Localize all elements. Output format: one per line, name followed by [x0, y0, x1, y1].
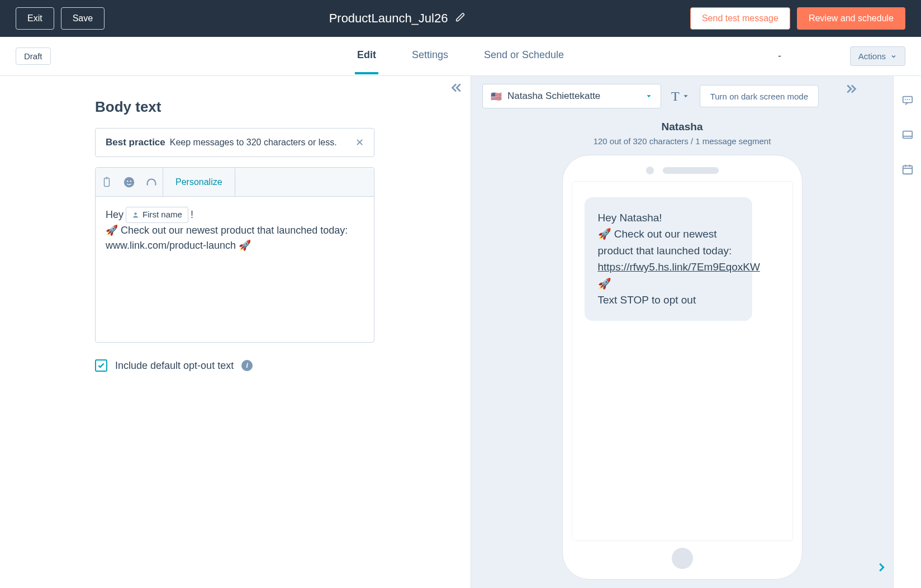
best-practice-callout: Best practice Keep messages to 320 chara… — [95, 128, 374, 157]
send-test-button[interactable]: Send test message — [690, 7, 790, 30]
body-title: Body text — [95, 98, 455, 116]
actions-dropdown[interactable]: Actions — [850, 46, 905, 66]
tab-settings[interactable]: Settings — [410, 38, 450, 74]
message-bubble: Hey Natasha! 🚀 Check out our newest prod… — [585, 197, 752, 321]
token-first-name[interactable]: First name — [126, 207, 188, 223]
top-left-buttons: Exit Save — [16, 7, 105, 30]
calendar-icon[interactable] — [901, 163, 914, 176]
panel-icon[interactable] — [901, 129, 914, 141]
right-column: 🇺🇸 Natasha Schiettekatte T Turn on dark … — [471, 76, 893, 588]
title-group: ProductLaunch_Jul26 — [329, 11, 466, 26]
check-icon — [97, 362, 105, 369]
phone-notch — [572, 167, 793, 174]
editor-text: Hey — [106, 207, 124, 222]
preview-line: 🚀 Check out our newest product that laun… — [598, 226, 739, 292]
emoji-icon[interactable] — [118, 168, 140, 196]
optout-checkbox[interactable] — [95, 359, 107, 372]
editor-text: 🚀 Check out our newest product that laun… — [106, 223, 364, 238]
page-title: ProductLaunch_Jul26 — [329, 11, 448, 26]
message-editor: Personalize Hey First name ! 🚀 Check out… — [95, 167, 374, 343]
svg-point-1 — [124, 177, 134, 187]
preview-line: Text STOP to opt out — [598, 292, 739, 308]
phone-home-button — [672, 548, 693, 569]
chevron-down-icon — [890, 53, 897, 60]
top-right-buttons: Send test message Review and schedule — [690, 7, 905, 30]
comments-icon[interactable] — [901, 94, 914, 106]
preview-text: 🚀 Check out our newest product that laun… — [598, 228, 732, 256]
preview-controls: 🇺🇸 Natasha Schiettekatte T Turn on dark … — [471, 76, 893, 116]
svg-point-4 — [134, 212, 136, 215]
editor-text: www.link.com/product-launch 🚀 — [106, 238, 364, 253]
body-panel: Body text Best practice Keep messages to… — [0, 76, 471, 372]
svg-rect-7 — [903, 166, 912, 174]
text-size-dropdown[interactable]: T — [671, 89, 690, 104]
exit-button[interactable]: Exit — [16, 7, 54, 30]
collapse-left-icon[interactable] — [448, 80, 463, 97]
editor-toolbar: Personalize — [96, 168, 374, 197]
right-rail — [893, 76, 921, 588]
person-icon — [132, 211, 139, 219]
svg-rect-6 — [903, 131, 912, 139]
tab-edit[interactable]: Edit — [355, 38, 378, 74]
dark-mode-button[interactable]: Turn on dark screen mode — [700, 85, 819, 107]
top-header: Exit Save ProductLaunch_Jul26 Send test … — [0, 0, 921, 37]
actions-label: Actions — [858, 51, 886, 61]
edit-title-icon[interactable] — [455, 11, 466, 26]
recipient-name: Natasha Schiettekatte — [507, 91, 639, 102]
notch-dot — [646, 167, 654, 174]
token-label: First name — [143, 208, 182, 221]
caret-down-icon — [645, 92, 653, 100]
tabs: Edit Settings Send or Schedule — [355, 38, 566, 74]
review-schedule-button[interactable]: Review and schedule — [797, 7, 905, 30]
personalize-button[interactable]: Personalize — [163, 168, 235, 196]
best-practice-label: Best practice — [106, 137, 165, 148]
recipient-dropdown[interactable]: 🇺🇸 Natasha Schiettekatte — [482, 84, 661, 108]
count-dash: - — [778, 50, 781, 62]
close-icon[interactable]: ✕ — [355, 136, 364, 149]
status-badge: Draft — [16, 48, 51, 65]
editor-text: ! — [191, 207, 193, 222]
optout-label: Include default opt-out text — [115, 360, 234, 372]
headphones-icon[interactable] — [140, 168, 163, 196]
text-size-icon: T — [671, 89, 680, 104]
phone-mock: Hey Natasha! 🚀 Check out our newest prod… — [562, 155, 803, 580]
best-practice-text: Keep messages to 320 characters or less. — [170, 137, 337, 148]
preview-char-count: 120 out of 320 characters / 1 message se… — [471, 136, 893, 146]
left-column: Body text Best practice Keep messages to… — [0, 76, 471, 588]
main: Body text Best practice Keep messages to… — [0, 76, 921, 588]
chevron-right-icon[interactable] — [875, 561, 887, 576]
svg-point-2 — [127, 180, 129, 182]
svg-point-3 — [130, 180, 131, 182]
attachment-icon[interactable] — [96, 168, 118, 196]
preview-link[interactable]: https://rfwy5.hs.link/7Em9EqoxKW — [598, 261, 760, 273]
tab-send[interactable]: Send or Schedule — [482, 38, 566, 74]
flag-us-icon: 🇺🇸 — [491, 91, 502, 102]
optout-row: Include default opt-out text i — [95, 359, 455, 372]
preview-text: 🚀 — [598, 278, 611, 290]
notch-bar — [663, 167, 719, 174]
preview-recipient-name: Natasha — [471, 121, 893, 133]
editor-textarea[interactable]: Hey First name ! 🚀 Check out our newest … — [96, 197, 374, 342]
preview-line: Hey Natasha! — [598, 210, 739, 226]
info-icon[interactable]: i — [241, 360, 253, 371]
save-button[interactable]: Save — [61, 7, 105, 30]
sub-header: Draft Edit Settings Send or Schedule - A… — [0, 37, 921, 76]
phone-screen: Hey Natasha! 🚀 Check out our newest prod… — [572, 181, 793, 541]
collapse-right-icon[interactable] — [845, 82, 860, 98]
caret-down-icon — [682, 92, 690, 100]
